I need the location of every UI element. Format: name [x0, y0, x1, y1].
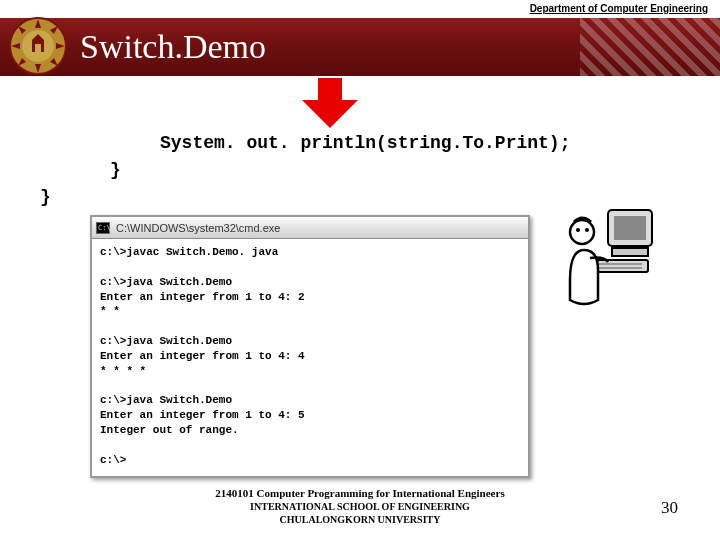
- cmd-output: c:\>javac Switch.Demo. java c:\>java Swi…: [92, 239, 528, 476]
- cmd-window: C:\ C:\WINDOWS\system32\cmd.exe c:\>java…: [90, 215, 530, 478]
- svg-point-10: [576, 228, 580, 232]
- header-decoration: [580, 18, 720, 76]
- page-number: 30: [661, 498, 678, 518]
- footer-university: CHULALONGKORN UNIVERSITY: [0, 514, 720, 527]
- svg-rect-4: [614, 216, 646, 240]
- svg-rect-5: [612, 248, 648, 256]
- svg-rect-2: [35, 44, 41, 52]
- footer-school: INTERNATIONAL SCHOOL OF ENGINEERING: [0, 501, 720, 514]
- dept-label: Department of Computer Engineering: [0, 0, 720, 18]
- title-bar: Switch.Demo: [0, 18, 720, 76]
- svg-point-11: [585, 228, 589, 232]
- computer-user-clipart-icon: [560, 200, 660, 310]
- footer-course: 2140101 Computer Programming for Interna…: [0, 487, 720, 501]
- cmd-titlebar: C:\ C:\WINDOWS\system32\cmd.exe: [92, 217, 528, 239]
- cmd-icon: C:\: [96, 222, 110, 234]
- red-arrow-icon: [300, 78, 360, 128]
- code-line: System. out. println(string.To.Print);: [40, 130, 680, 157]
- footer: 2140101 Computer Programming for Interna…: [0, 487, 720, 526]
- university-seal-icon: [8, 16, 68, 76]
- svg-point-9: [570, 220, 594, 244]
- code-brace: }: [40, 157, 680, 184]
- cmd-title-text: C:\WINDOWS\system32\cmd.exe: [116, 222, 280, 234]
- slide-title: Switch.Demo: [80, 28, 266, 66]
- code-snippet: System. out. println(string.To.Print); }…: [40, 130, 680, 211]
